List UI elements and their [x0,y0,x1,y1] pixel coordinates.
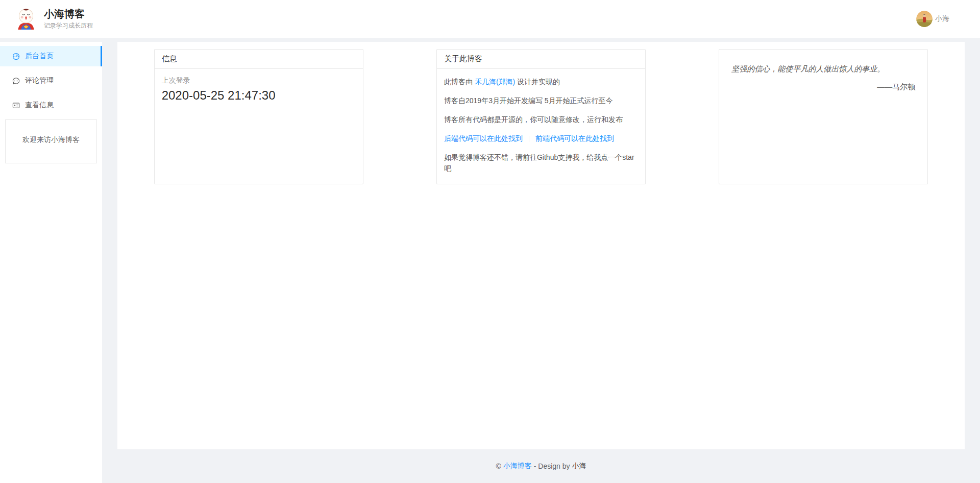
site-subtitle: 记录学习成长历程 [44,21,93,30]
frontend-code-link[interactable]: 前端代码可以在此处找到 [535,134,614,142]
design-by-text: - Design by [534,462,570,470]
quote-author: ——马尔顿 [731,82,915,92]
user-avatar[interactable] [916,11,933,27]
dashboard-icon [12,53,20,60]
brand: 小海博客 记录学习成长历程 [14,7,93,31]
sidebar: 后台首页 评论管理 查看信息 [0,42,102,483]
sidebar-item-label: 后台首页 [25,52,54,61]
info-card: 信息 上次登录 2020-05-25 21:47:30 [154,49,363,184]
about-card-body: 此博客由 禾几海(郑海) 设计并实现的 博客自2019年3月开始开发编写 5月开… [437,69,645,189]
blog-logo-icon [14,7,38,31]
welcome-text: 欢迎来访小海博客 [22,135,80,143]
about-card: 关于此博客 此博客由 禾几海(郑海) 设计并实现的 博客自2019年3月开始开发… [436,49,646,184]
sidebar-item-comments[interactable]: 评论管理 [0,70,102,91]
user-menu[interactable]: 小海 [916,11,949,27]
info-card-title: 信息 [155,50,363,69]
quote-text: 坚强的信心，能使平凡的人做出惊人的事业。 [731,63,915,75]
sidebar-item-label: 评论管理 [25,76,54,85]
last-login-value: 2020-05-25 21:47:30 [162,88,356,103]
cards-grid: 信息 上次登录 2020-05-25 21:47:30 关于此博客 此博客由 禾… [117,49,965,184]
designer-name: 小海 [572,462,586,471]
quote-card: 坚强的信心，能使平凡的人做出惊人的事业。 ——马尔顿 [719,49,928,184]
idcard-icon [12,102,20,109]
about-line-opensource: 博客所有代码都是开源的，你可以随意修改，运行和发布 [444,114,638,125]
site-title: 小海博客 [44,8,93,20]
about-author-prefix: 此博客由 [444,78,475,86]
layout-body: 后台首页 评论管理 查看信息 [0,42,980,483]
about-line-history: 博客自2019年3月开始开发编写 5月开始正式运行至今 [444,95,638,106]
content-column: 信息 上次登录 2020-05-25 21:47:30 关于此博客 此博客由 禾… [117,42,965,483]
about-line-star: 如果觉得博客还不错，请前往Github支持我，给我点一个star吧 [444,152,638,174]
about-line-author: 此博客由 禾几海(郑海) 设计并实现的 [444,76,638,87]
backend-code-link[interactable]: 后端代码可以在此处找到 [444,134,523,142]
main-panel: 信息 上次登录 2020-05-25 21:47:30 关于此博客 此博客由 禾… [117,42,965,449]
footer-brand-link[interactable]: 小海博客 [503,462,532,471]
welcome-box: 欢迎来访小海博客 [5,119,97,163]
about-line-links: 后端代码可以在此处找到前端代码可以在此处找到 [444,133,638,144]
message-icon [12,77,20,85]
sidebar-item-dashboard[interactable]: 后台首页 [0,46,102,66]
vertical-divider [529,136,529,142]
last-login-label: 上次登录 [162,76,356,85]
info-card-body: 上次登录 2020-05-25 21:47:30 [155,69,363,110]
header: 小海博客 记录学习成长历程 [0,0,980,38]
author-link[interactable]: 禾几海(郑海) [475,78,515,86]
sidebar-item-view-info[interactable]: 查看信息 [0,95,102,115]
about-author-suffix: 设计并实现的 [515,78,560,86]
sidebar-item-label: 查看信息 [25,101,54,110]
brand-text: 小海博客 记录学习成长历程 [44,8,93,30]
user-name[interactable]: 小海 [935,14,949,23]
footer: © 小海博客 - Design by 小海 [117,449,965,483]
copyright-prefix: © [496,462,501,470]
about-card-title: 关于此博客 [437,50,645,69]
